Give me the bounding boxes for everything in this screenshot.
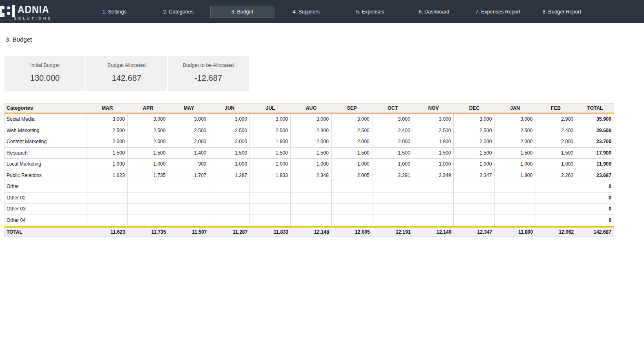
budget-cell-oct[interactable]: 2.400 (372, 125, 413, 136)
budget-cell-nov[interactable] (413, 215, 454, 226)
budget-cell-jun[interactable] (209, 204, 250, 215)
tab-2-categories[interactable]: 2. Categories (147, 6, 211, 18)
budget-cell-jul[interactable]: 3.000 (250, 114, 291, 125)
tab-4-suppliers[interactable]: 4. Suppliers (274, 6, 339, 18)
budget-cell-mar[interactable] (87, 181, 128, 192)
budget-cell-feb[interactable] (535, 215, 576, 226)
budget-cell-apr[interactable]: 3.000 (128, 114, 169, 125)
budget-cell-sep[interactable] (332, 181, 372, 192)
budget-cell-jan[interactable]: 1.500 (495, 148, 535, 159)
budget-cell-may[interactable]: 900 (168, 159, 209, 170)
budget-cell-nov[interactable] (413, 181, 454, 192)
budget-cell-oct[interactable] (372, 204, 413, 215)
budget-cell-feb[interactable]: 1.000 (535, 159, 576, 170)
budget-cell-dec[interactable]: 2.500 (454, 125, 495, 136)
budget-cell-nov[interactable]: 3.000 (413, 114, 454, 125)
budget-cell-aug[interactable]: 1.000 (291, 159, 332, 170)
budget-cell-jun[interactable] (209, 215, 250, 226)
budget-cell-may[interactable] (168, 215, 209, 226)
budget-cell-jan[interactable]: 2.000 (495, 136, 535, 147)
budget-cell-may[interactable] (168, 181, 209, 192)
budget-cell-may[interactable]: 2.500 (168, 125, 209, 136)
budget-cell-mar[interactable] (87, 193, 128, 204)
budget-cell-jul[interactable]: 1.900 (250, 136, 291, 147)
budget-cell-jun[interactable]: 2.500 (209, 125, 250, 136)
budget-cell-jun[interactable]: 1.000 (209, 159, 250, 170)
budget-cell-mar[interactable]: 2.000 (87, 136, 128, 147)
budget-cell-jul[interactable]: 2.500 (250, 125, 291, 136)
budget-cell-sep[interactable]: 1.500 (332, 148, 372, 159)
budget-cell-nov[interactable]: 2.500 (413, 125, 454, 136)
budget-cell-apr[interactable] (128, 204, 169, 215)
budget-cell-aug[interactable]: 2.000 (291, 136, 332, 147)
budget-cell-mar[interactable]: 1.623 (87, 170, 128, 181)
budget-cell-apr[interactable]: 1.000 (128, 159, 169, 170)
budget-cell-mar[interactable] (87, 215, 128, 226)
budget-cell-feb[interactable] (535, 181, 576, 192)
budget-cell-jun[interactable]: 1.287 (209, 170, 250, 181)
budget-cell-jul[interactable]: 1.500 (250, 148, 291, 159)
budget-cell-aug[interactable] (291, 215, 332, 226)
budget-cell-may[interactable]: 1.400 (168, 148, 209, 159)
budget-cell-may[interactable]: 2.000 (168, 136, 209, 147)
budget-cell-aug[interactable] (291, 193, 332, 204)
budget-cell-sep[interactable] (332, 193, 372, 204)
budget-cell-dec[interactable] (454, 181, 495, 192)
budget-cell-jan[interactable] (495, 215, 535, 226)
budget-cell-dec[interactable]: 2.347 (454, 170, 495, 181)
budget-cell-nov[interactable]: 2.349 (413, 170, 454, 181)
budget-cell-sep[interactable] (332, 204, 372, 215)
tab-8-budget-report[interactable]: 8. Budget Report (530, 6, 594, 18)
tab-7-expenses-report[interactable]: 7. Expenses Report (466, 6, 530, 18)
budget-cell-jun[interactable]: 1.500 (209, 148, 250, 159)
budget-cell-dec[interactable]: 2.000 (454, 136, 495, 147)
budget-cell-jul[interactable]: 1.000 (250, 159, 291, 170)
budget-cell-jan[interactable] (495, 204, 535, 215)
budget-cell-jan[interactable]: 1.800 (495, 170, 535, 181)
budget-cell-oct[interactable]: 1.500 (372, 148, 413, 159)
budget-cell-feb[interactable]: 2.262 (535, 170, 576, 181)
budget-cell-feb[interactable]: 2.900 (535, 114, 576, 125)
budget-cell-oct[interactable]: 2.291 (372, 170, 413, 181)
budget-cell-feb[interactable] (535, 193, 576, 204)
budget-cell-nov[interactable] (413, 193, 454, 204)
budget-cell-aug[interactable]: 2.348 (291, 170, 332, 181)
budget-cell-jul[interactable]: 1.933 (250, 170, 291, 181)
budget-cell-may[interactable]: 1.707 (168, 170, 209, 181)
tab-1-settings[interactable]: 1. Settings (82, 6, 147, 18)
budget-cell-sep[interactable]: 2.000 (332, 136, 372, 147)
budget-cell-jan[interactable] (495, 193, 535, 204)
budget-cell-dec[interactable] (454, 204, 495, 215)
budget-cell-apr[interactable] (128, 215, 169, 226)
budget-cell-nov[interactable]: 1.800 (413, 136, 454, 147)
budget-cell-oct[interactable] (372, 215, 413, 226)
budget-cell-aug[interactable]: 2.300 (291, 125, 332, 136)
budget-cell-may[interactable] (168, 204, 209, 215)
budget-cell-aug[interactable]: 3.000 (291, 114, 332, 125)
budget-cell-oct[interactable] (372, 193, 413, 204)
budget-cell-mar[interactable]: 1.000 (87, 159, 128, 170)
budget-cell-dec[interactable] (454, 193, 495, 204)
budget-cell-sep[interactable]: 2.500 (332, 125, 372, 136)
budget-cell-apr[interactable]: 1.735 (128, 170, 169, 181)
budget-cell-sep[interactable]: 1.000 (332, 159, 372, 170)
budget-cell-may[interactable]: 3.000 (168, 114, 209, 125)
tab-3-budget[interactable]: 3. Budget (210, 6, 274, 18)
tab-5-expenses[interactable]: 5. Expenses (338, 6, 402, 18)
budget-cell-aug[interactable] (291, 181, 332, 192)
budget-cell-oct[interactable]: 3.000 (372, 114, 413, 125)
budget-cell-dec[interactable]: 1.500 (454, 148, 495, 159)
budget-cell-aug[interactable] (291, 204, 332, 215)
budget-cell-jul[interactable] (250, 181, 291, 192)
budget-cell-feb[interactable]: 2.000 (535, 136, 576, 147)
budget-cell-feb[interactable] (535, 204, 576, 215)
budget-cell-nov[interactable]: 1.500 (413, 148, 454, 159)
budget-cell-apr[interactable]: 2.000 (128, 136, 169, 147)
budget-cell-dec[interactable]: 1.000 (454, 159, 495, 170)
budget-cell-jul[interactable] (250, 204, 291, 215)
budget-cell-aug[interactable]: 1.500 (291, 148, 332, 159)
tab-6-dashboard[interactable]: 6. Dashboard (402, 6, 466, 18)
budget-cell-jun[interactable] (209, 181, 250, 192)
budget-cell-apr[interactable]: 1.500 (128, 148, 169, 159)
budget-cell-mar[interactable]: 2.500 (87, 125, 128, 136)
